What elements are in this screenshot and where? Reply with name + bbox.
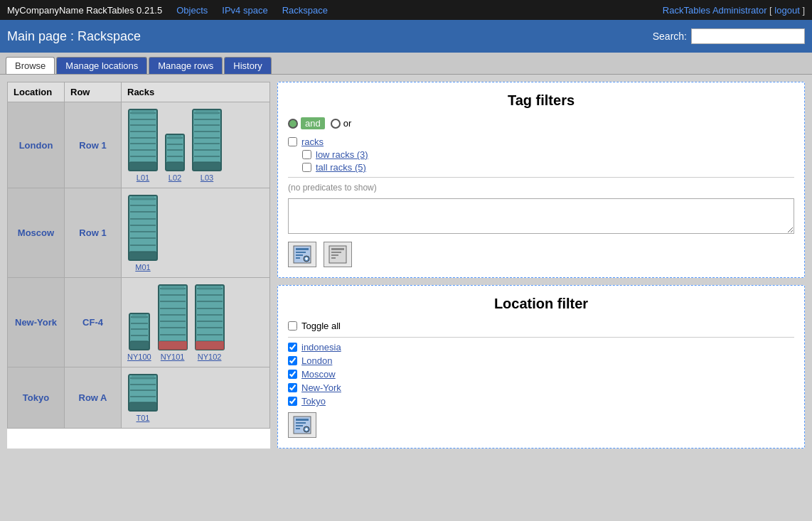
svg-rect-88 bbox=[296, 257, 300, 259]
tag-tall-racks-label[interactable]: tall racks (5) bbox=[316, 162, 366, 173]
location-cell[interactable]: New-York bbox=[8, 278, 65, 367]
table-row: MoscowRow 1 M01 bbox=[8, 188, 270, 278]
svg-rect-40 bbox=[130, 245, 156, 246]
tag-tall-racks-row: tall racks (5) bbox=[302, 162, 794, 173]
tag-racks-label[interactable]: racks bbox=[301, 136, 324, 147]
location-label[interactable]: Tokyo bbox=[301, 396, 326, 407]
page-title: Main page : Rackspace bbox=[7, 29, 141, 44]
svg-rect-26 bbox=[194, 143, 220, 144]
col-location: Location bbox=[8, 82, 65, 102]
location-label[interactable]: New-York bbox=[301, 382, 341, 393]
location-cell[interactable]: Tokyo bbox=[8, 367, 65, 429]
svg-rect-2 bbox=[130, 119, 156, 120]
toggle-all-checkbox[interactable] bbox=[288, 321, 297, 331]
titlebar: Main page : Rackspace Search: bbox=[0, 20, 812, 53]
rack-item[interactable]: L03 bbox=[191, 108, 223, 182]
tab-manage-locations[interactable]: Manage locations bbox=[56, 57, 147, 74]
and-label: and bbox=[301, 117, 325, 129]
racks-cell: L01 L02 L03 bbox=[122, 102, 270, 188]
svg-rect-23 bbox=[194, 124, 220, 126]
svg-rect-34 bbox=[130, 205, 156, 206]
tag-text-input[interactable] bbox=[288, 198, 794, 234]
apply-filter-button[interactable] bbox=[288, 242, 316, 267]
svg-rect-24 bbox=[194, 131, 220, 132]
search-input[interactable] bbox=[691, 28, 805, 44]
rack-label: L01 bbox=[137, 173, 149, 182]
search-label: Search: bbox=[653, 31, 687, 42]
location-label[interactable]: Moscow bbox=[301, 369, 336, 380]
svg-rect-35 bbox=[130, 211, 156, 213]
svg-rect-71 bbox=[197, 327, 223, 328]
location-checkbox-moscow[interactable] bbox=[288, 370, 297, 379]
location-label[interactable]: London bbox=[301, 355, 332, 366]
svg-rect-30 bbox=[193, 162, 221, 171]
location-label[interactable]: indonesia bbox=[301, 342, 341, 353]
rack-item[interactable]: L02 bbox=[164, 133, 186, 182]
main-content: Location Row Racks LondonRow 1 L01 L02 L… bbox=[0, 75, 812, 456]
svg-rect-66 bbox=[197, 294, 223, 296]
svg-rect-54 bbox=[160, 294, 186, 296]
svg-rect-96 bbox=[331, 257, 336, 259]
svg-rect-99 bbox=[296, 422, 306, 424]
location-cell[interactable]: Moscow bbox=[8, 188, 65, 278]
svg-rect-85 bbox=[296, 248, 309, 250]
svg-rect-48 bbox=[131, 335, 148, 336]
tag-low-racks-label[interactable]: low racks (3) bbox=[316, 149, 368, 160]
svg-rect-46 bbox=[131, 323, 148, 324]
clear-filter-button[interactable] bbox=[324, 242, 352, 267]
svg-rect-14 bbox=[167, 144, 183, 145]
svg-rect-50 bbox=[129, 341, 149, 350]
location-checkbox-row: Moscow bbox=[288, 369, 794, 380]
table-header-row: Location Row Racks bbox=[8, 82, 270, 102]
svg-rect-72 bbox=[197, 334, 223, 335]
and-radio[interactable] bbox=[288, 119, 298, 129]
tab-history[interactable]: History bbox=[224, 57, 271, 74]
rack-tbody: LondonRow 1 L01 L02 L03MoscowRow 1 M01Ne… bbox=[8, 102, 270, 429]
nav-ipv4[interactable]: IPv4 space bbox=[222, 5, 267, 16]
rack-label: T01 bbox=[137, 414, 150, 422]
location-checkbox-row: New-York bbox=[288, 382, 794, 393]
rack-item[interactable]: NY102 bbox=[194, 284, 225, 361]
no-predicates-text: (no predicates to show) bbox=[288, 183, 377, 193]
location-filter-panel: Location filter Toggle all indonesiaLond… bbox=[277, 285, 805, 449]
svg-rect-98 bbox=[296, 419, 309, 421]
topbar-nav: Objects IPv4 space Rackspace bbox=[176, 5, 328, 16]
row-cell[interactable]: Row 1 bbox=[65, 188, 122, 278]
nav-rackspace[interactable]: Rackspace bbox=[282, 5, 328, 16]
row-cell[interactable]: Row 1 bbox=[65, 102, 122, 188]
or-radio[interactable] bbox=[331, 119, 341, 129]
admin-link[interactable]: RackTables Administrator bbox=[663, 5, 767, 16]
location-checkbox-london[interactable] bbox=[288, 356, 297, 365]
tag-racks-checkbox[interactable] bbox=[288, 137, 297, 146]
logout-link[interactable]: logout bbox=[774, 5, 799, 16]
rack-item[interactable]: NY100 bbox=[127, 312, 151, 361]
tab-browse[interactable]: Browse bbox=[6, 57, 55, 74]
row-cell[interactable]: CF-4 bbox=[65, 278, 122, 367]
rack-label: M01 bbox=[135, 263, 150, 272]
rack-item[interactable]: T01 bbox=[127, 373, 159, 422]
svg-rect-94 bbox=[331, 252, 341, 253]
rack-item[interactable]: NY101 bbox=[157, 284, 188, 361]
location-checkbox-row: Tokyo bbox=[288, 396, 794, 407]
table-row: New-YorkCF-4 NY100 NY101 NY102 bbox=[8, 278, 270, 367]
svg-rect-59 bbox=[160, 327, 186, 328]
location-checkbox-indonesia[interactable] bbox=[288, 343, 297, 352]
location-checkbox-tokyo[interactable] bbox=[288, 397, 297, 406]
table-row: TokyoRow A T01 bbox=[8, 367, 270, 429]
svg-rect-31 bbox=[196, 110, 218, 114]
rack-item[interactable]: M01 bbox=[127, 194, 159, 272]
location-checkbox-new-york[interactable] bbox=[288, 383, 297, 392]
rack-item[interactable]: L01 bbox=[127, 108, 159, 182]
tag-low-racks-checkbox[interactable] bbox=[302, 150, 311, 159]
tag-tall-racks-checkbox[interactable] bbox=[302, 163, 311, 172]
tab-manage-rows[interactable]: Manage rows bbox=[149, 57, 223, 74]
apply-location-icon bbox=[292, 415, 312, 435]
location-cell[interactable]: London bbox=[8, 102, 65, 188]
right-panels: Tag filters and or racks low racks (3) bbox=[277, 82, 805, 449]
or-label: or bbox=[343, 118, 352, 129]
rack-label: L02 bbox=[169, 173, 181, 182]
row-cell[interactable]: Row A bbox=[65, 367, 122, 429]
apply-location-button[interactable] bbox=[288, 412, 316, 438]
brand-label: MyCompanyName RackTables 0.21.5 bbox=[7, 5, 162, 16]
nav-objects[interactable]: Objects bbox=[176, 5, 208, 16]
